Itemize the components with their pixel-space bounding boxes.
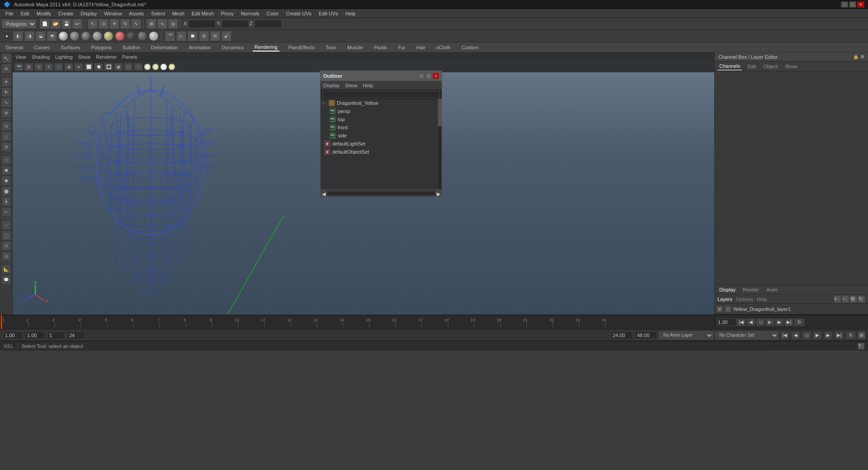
- loop-btn[interactable]: ↻: [794, 318, 805, 326]
- menu-assets[interactable]: Assets: [125, 10, 147, 17]
- x-field[interactable]: [189, 20, 216, 28]
- snap-grid[interactable]: ⊞: [146, 19, 156, 29]
- show-manip-btn[interactable]: ⊞: [1, 142, 11, 152]
- y-field[interactable]: [222, 20, 249, 28]
- outliner-item-defaultobjectset[interactable]: ⚡ defaultObjectSet: [321, 148, 442, 156]
- directional-light-icon[interactable]: ◐: [13, 31, 23, 41]
- menu-mesh[interactable]: Mesh: [169, 10, 188, 17]
- menu-color[interactable]: Color: [263, 10, 282, 17]
- br-tab-anim[interactable]: Anim: [764, 286, 779, 293]
- anim-range-end[interactable]: 48.00: [635, 331, 657, 339]
- layer-options-btn[interactable]: ⚙: [850, 296, 857, 303]
- no-anim-layer-select[interactable]: No Anim Layer: [659, 331, 713, 339]
- br-tab-display[interactable]: Display: [717, 286, 737, 293]
- tab-custom[interactable]: Custom: [460, 44, 481, 51]
- status-help-btn[interactable]: ?: [858, 343, 864, 349]
- menu-select[interactable]: Select: [147, 10, 169, 17]
- bb-step-fwd[interactable]: ▶: [824, 331, 833, 339]
- measure-btn[interactable]: 📐: [1, 264, 11, 274]
- vp-toggle5[interactable]: □: [134, 63, 143, 71]
- outliner-scrollbar-thumb[interactable]: [438, 99, 442, 126]
- tab-animation[interactable]: Animation: [187, 44, 213, 51]
- outliner-item-defaultlightset[interactable]: ⚡ defaultLightSet: [321, 140, 442, 148]
- bb-play-fwd[interactable]: ▶: [813, 331, 822, 339]
- tab-painteffects[interactable]: PaintEffects: [287, 44, 317, 51]
- save-btn[interactable]: 💾: [61, 19, 71, 29]
- loop-select-btn[interactable]: ○: [1, 220, 11, 230]
- timeline-ruler[interactable]: 1 2 3 4 5 6 7 8 9 10 11 12 13 1: [0, 315, 714, 329]
- outliner-item-front[interactable]: 📷 front: [321, 123, 442, 132]
- tab-muscle[interactable]: Muscle: [345, 44, 365, 51]
- phong-e-sphere[interactable]: [92, 31, 102, 41]
- tab-polygons[interactable]: Polygons: [89, 44, 113, 51]
- menu-modify[interactable]: Modify: [33, 10, 55, 17]
- ipr-render-btn[interactable]: ▷: [176, 31, 186, 41]
- layer-delete-btn[interactable]: −: [842, 296, 849, 303]
- cb-tab-object[interactable]: Object: [761, 63, 779, 70]
- phong-sphere[interactable]: [81, 31, 91, 41]
- maximize-button[interactable]: □: [849, 1, 856, 8]
- tab-toon[interactable]: Toon: [324, 44, 338, 51]
- merge-btn[interactable]: ⬤: [1, 186, 11, 196]
- vp-menu-shading[interactable]: Shading: [32, 54, 50, 60]
- menu-proxy[interactable]: Proxy: [217, 10, 237, 17]
- menu-window[interactable]: Window: [100, 10, 125, 17]
- lambert-sphere[interactable]: [58, 31, 68, 41]
- rotate-btn[interactable]: ↻: [1, 87, 11, 97]
- bevel-btn[interactable]: ⬢: [1, 165, 11, 175]
- vp-toggle2[interactable]: 🔳: [104, 63, 113, 71]
- tab-ncloth[interactable]: nCloth: [434, 44, 453, 51]
- step-fwd-btn[interactable]: ▶: [775, 318, 784, 326]
- tab-deformation[interactable]: Deformation: [149, 44, 180, 51]
- tab-curves[interactable]: Curves: [32, 44, 52, 51]
- sculpt-btn[interactable]: △: [1, 132, 11, 141]
- vp-toggle4[interactable]: ▢: [124, 63, 133, 71]
- br-tab-render[interactable]: Render: [741, 286, 761, 293]
- paint-select-btn[interactable]: ⊕: [1, 64, 11, 74]
- dark-sphere[interactable]: [126, 31, 136, 41]
- menu-help[interactable]: Help: [342, 10, 359, 17]
- move-tool[interactable]: ✛: [109, 19, 119, 29]
- bridge-btn[interactable]: ⬣: [1, 176, 11, 186]
- scale-btn[interactable]: ⤡: [1, 98, 11, 108]
- vp-smooth2[interactable]: ●: [74, 63, 83, 71]
- ring-select-btn[interactable]: ◯: [1, 230, 11, 240]
- panel-lock-icon[interactable]: 🔒: [853, 54, 859, 59]
- universal-btn[interactable]: ⊠: [1, 108, 11, 118]
- vp-grid[interactable]: #: [44, 63, 53, 71]
- current-frame-input[interactable]: [717, 318, 737, 326]
- area-light-icon[interactable]: ◒: [36, 31, 46, 41]
- tab-general[interactable]: General: [4, 44, 25, 51]
- no-character-set-select[interactable]: No Character Set: [715, 331, 778, 339]
- select-tool[interactable]: ↖: [88, 19, 98, 29]
- vp-wireframe[interactable]: ⬡: [54, 63, 63, 71]
- tab-dynamics[interactable]: Dynamics: [220, 44, 245, 51]
- layer-visibility-btn[interactable]: V: [717, 306, 723, 312]
- menu-create-uvs[interactable]: Create UVs: [282, 10, 315, 17]
- current-frame-field[interactable]: 1: [47, 331, 65, 339]
- layer-ref-btn[interactable]: ↻: [858, 296, 865, 303]
- vp-menu-view[interactable]: View: [15, 54, 26, 60]
- annotation-btn[interactable]: 💬: [1, 275, 11, 285]
- outliner-scroll-left[interactable]: ◀: [321, 191, 326, 196]
- tab-fluids[interactable]: Fluids: [372, 44, 389, 51]
- extrude-btn[interactable]: ⬡: [1, 155, 11, 165]
- outliner-titlebar[interactable]: Outliner − □ ✕: [321, 71, 442, 81]
- layer-ref-toggle[interactable]: /: [725, 306, 731, 312]
- tab-hair[interactable]: Hair: [415, 44, 427, 51]
- white-sphere[interactable]: [149, 31, 159, 41]
- paint-effects-btn[interactable]: 🖌: [222, 31, 231, 41]
- tab-subdivs[interactable]: Subdivs: [121, 44, 142, 51]
- panel-settings-icon[interactable]: ⚙: [860, 54, 864, 59]
- layer-new-btn[interactable]: +: [834, 296, 841, 303]
- play-back-btn[interactable]: ◁: [756, 318, 765, 326]
- light-warm-btn[interactable]: [168, 63, 175, 70]
- render-settings-btn[interactable]: ⚙: [199, 31, 209, 41]
- menu-display[interactable]: Display: [77, 10, 100, 17]
- outliner-close-btn[interactable]: ✕: [433, 73, 439, 79]
- outliner-item-top[interactable]: 📷 top: [321, 115, 442, 123]
- play-fwd-btn[interactable]: ▶: [765, 318, 774, 326]
- outliner-max-btn[interactable]: □: [425, 73, 432, 79]
- close-button[interactable]: ✕: [857, 1, 864, 8]
- tab-fur[interactable]: Fur: [396, 44, 407, 51]
